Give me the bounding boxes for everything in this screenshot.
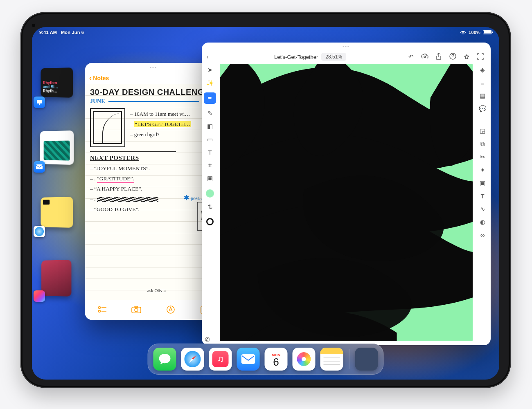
chevron-left-icon[interactable]: ‹	[89, 74, 91, 82]
design-app-window[interactable]: ••• ‹ Let's-Get-Together 28.51% ↶ ✿ ➤ ✨ …	[202, 43, 491, 345]
svg-rect-7	[132, 307, 141, 313]
dock-app-mail[interactable]	[237, 348, 260, 371]
adjust-icon[interactable]: ≡	[481, 79, 485, 86]
design-toolbar: ‹ Let's-Get-Together 28.51% ↶ ✿	[202, 50, 491, 64]
window-handle-icon[interactable]: •••	[202, 43, 491, 50]
crop-tool-icon[interactable]: ⌗	[208, 162, 212, 169]
bounds-icon[interactable]: ▣	[480, 180, 485, 187]
dock-divider	[349, 349, 349, 369]
mail-app-icon	[34, 161, 45, 173]
sm-pile-safari[interactable]	[35, 197, 74, 233]
svg-rect-14	[241, 354, 255, 364]
note-bullets: 10AM to 11am meet wi… “LET'S GET TOGETH……	[130, 109, 191, 147]
pen-tool-icon[interactable]: ✒	[204, 92, 216, 104]
canvas-area[interactable]	[218, 64, 474, 345]
keynote-app-icon	[34, 97, 45, 108]
wand-tool-icon[interactable]: ✨	[206, 79, 214, 87]
wifi-icon	[460, 30, 466, 35]
cloud-user-icon[interactable]	[419, 53, 430, 61]
pile1-text: Rhythm and Bl… Rhyth…	[43, 81, 58, 93]
note-annotation: ask Olivia	[147, 288, 166, 293]
safari-app-icon	[34, 226, 45, 237]
svg-point-12	[424, 56, 426, 58]
settings-icon[interactable]: ✿	[461, 53, 472, 61]
front-camera	[32, 24, 35, 27]
artwork-canvas[interactable]	[220, 64, 473, 341]
stage-manager-strip: Rhythm and Bl… Rhyth…	[35, 68, 74, 298]
notes-window[interactable]: ••• ‹ Notes 30-DAY DESIGN CHALLENGE JUNE…	[85, 63, 222, 320]
notes-toolbar	[85, 301, 222, 320]
status-bar: 9:41 AM Mon Jun 6 100%	[32, 27, 499, 38]
swap-colors-icon[interactable]: ⇅	[207, 203, 213, 211]
note-date-range: JUNE JULY	[90, 98, 217, 105]
ipad-frame: 9:41 AM Mon Jun 6 100% Rhythm and Bl… Rh…	[20, 12, 511, 388]
screen: 9:41 AM Mon Jun 6 100% Rhythm and Bl… Rh…	[32, 27, 499, 380]
note-subheading: NEXT POSTERS	[90, 155, 217, 162]
svg-rect-1	[39, 103, 40, 105]
share-icon[interactable]	[433, 53, 444, 61]
note-title: 30-DAY DESIGN CHALLENGE	[90, 88, 217, 97]
dock-app-photos[interactable]	[293, 348, 316, 371]
notes-back-label[interactable]: Notes	[93, 75, 109, 81]
svg-rect-0	[37, 100, 42, 103]
phone-icon[interactable]: ✆	[205, 336, 210, 343]
dock-app-calendar[interactable]: MON 6	[265, 348, 288, 371]
rect-tool-icon[interactable]: ▭	[207, 136, 213, 143]
text-tool-icon[interactable]: T	[208, 149, 212, 156]
pencil-tool-icon[interactable]: ✎	[207, 110, 213, 117]
checklist-icon[interactable]	[95, 306, 110, 315]
dock-app-music[interactable]: ♫	[209, 348, 232, 371]
link-icon[interactable]: ∞	[480, 231, 485, 238]
status-date: Mon Jun 6	[61, 30, 84, 35]
color-swatch[interactable]	[206, 189, 214, 198]
comment-icon[interactable]: 💬	[479, 105, 487, 112]
svg-rect-2	[36, 164, 43, 169]
eraser-tool-icon[interactable]: ◧	[207, 123, 213, 130]
dock-app-notes[interactable]	[320, 348, 343, 371]
sm-pile-mail[interactable]	[35, 133, 74, 169]
layers-icon[interactable]: ◈	[480, 66, 485, 74]
sm-pile-photos[interactable]	[35, 262, 74, 298]
camera-icon[interactable]	[129, 306, 144, 315]
stroke-ring-icon[interactable]	[206, 218, 214, 225]
notes-nav: ‹ Notes	[85, 72, 222, 84]
arrange-icon[interactable]: ⧉	[480, 140, 485, 148]
help-icon[interactable]	[447, 53, 458, 61]
battery-icon	[483, 30, 492, 34]
svg-point-8	[135, 308, 138, 312]
move-tool-icon[interactable]: ➤	[207, 66, 213, 74]
cut-icon[interactable]: ✂	[480, 153, 485, 161]
window-handle-icon[interactable]: •••	[85, 63, 222, 72]
sketch-thumbnail	[90, 108, 125, 147]
dock-app-safari[interactable]	[181, 348, 204, 371]
dock: ♫ MON 6	[148, 344, 384, 375]
markup-icon[interactable]	[163, 305, 178, 316]
blend-icon[interactable]: ◐	[480, 218, 485, 226]
status-right: 100%	[460, 30, 492, 35]
battery-pct: 100%	[469, 30, 480, 35]
status-time: 9:41 AM	[39, 30, 57, 35]
zoom-level[interactable]: 28.51%	[321, 53, 346, 61]
image-tool-icon[interactable]: ▣	[207, 175, 213, 182]
sm-pile-keynote[interactable]: Rhythm and Bl… Rhyth…	[35, 68, 74, 104]
notes-body[interactable]: 30-DAY DESIGN CHALLENGE JUNE JULY 10AM t…	[85, 84, 222, 300]
fx-icon[interactable]: ✦	[480, 166, 485, 174]
undo-icon[interactable]: ↶	[406, 53, 416, 61]
align-icon[interactable]: ▤	[480, 92, 485, 99]
dock-app-messages[interactable]	[153, 348, 176, 371]
svg-point-5	[98, 310, 100, 312]
fullscreen-icon[interactable]	[475, 53, 486, 61]
dock-app-library[interactable]	[355, 348, 378, 371]
calendar-dom: 6	[273, 357, 279, 367]
back-icon[interactable]: ‹	[207, 54, 215, 60]
left-tool-rail: ➤ ✨ ✒ ✎ ◧ ▭ T ⌗ ▣ ⇅	[202, 64, 218, 345]
document-title[interactable]: Let's-Get-Together	[274, 54, 318, 60]
photos-app-icon	[34, 290, 45, 302]
status-left: 9:41 AM Mon Jun 6	[39, 30, 84, 35]
path-icon[interactable]: ∿	[480, 205, 485, 213]
transform-icon[interactable]: ◲	[480, 127, 485, 135]
text-style-icon[interactable]: T	[480, 193, 484, 200]
asterisk-icon: ✱ post…	[184, 194, 204, 202]
right-tool-rail: ◈ ≡ ▤ 💬 ◲ ⧉ ✂ ✦ ▣ T ∿ ◐ ∞	[474, 64, 491, 345]
svg-point-3	[98, 306, 100, 308]
